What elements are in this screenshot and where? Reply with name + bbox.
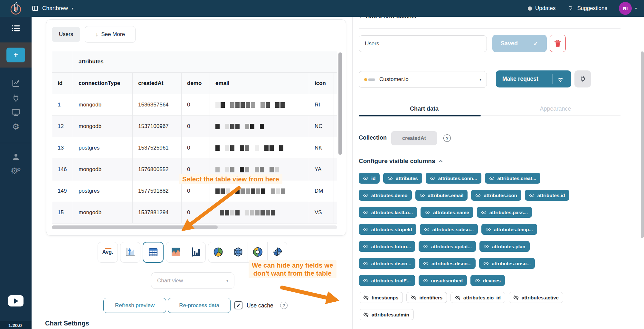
table-row: 13postgres15375259610NK — [52, 137, 337, 159]
dataset-tab-users[interactable]: Users — [52, 27, 80, 42]
reprocess-data-button[interactable]: Re-process data — [168, 298, 231, 313]
hidden-field-chip[interactable]: attributes.active — [509, 292, 563, 303]
visible-field-chip[interactable]: attributes.id — [525, 190, 569, 201]
visible-field-chip[interactable]: attributes.updat... — [419, 241, 476, 252]
chevron-up-icon — [438, 159, 443, 164]
chart-type-line-button[interactable] — [120, 242, 140, 262]
window-scrollbar-thumb[interactable] — [641, 51, 644, 238]
cell-id: 12 — [52, 116, 73, 137]
visible-field-chip[interactable]: attributes.icon — [471, 190, 521, 201]
visible-field-chip[interactable]: attributes.plan — [479, 241, 529, 252]
visible-field-chip[interactable]: attributes.disco... — [359, 258, 415, 269]
chart-type-polar-button[interactable] — [267, 242, 287, 262]
hidden-field-chip[interactable]: attributes.cio_id — [450, 292, 505, 303]
menu-icon[interactable] — [0, 21, 32, 35]
visible-field-chip[interactable]: unsubscribed — [419, 275, 467, 286]
play-icon — [14, 298, 18, 304]
visible-field-chip[interactable]: attributes.lastLo... — [359, 207, 417, 218]
visible-field-chip[interactable]: attributes.trialE... — [359, 275, 415, 286]
chevron-down-icon: ▾ — [226, 279, 228, 283]
scrollbar-thumb[interactable] — [338, 52, 342, 155]
hidden-field-chip[interactable]: identifiers — [406, 292, 447, 303]
add-chart-button[interactable]: + — [6, 48, 25, 62]
project-menu[interactable]: Chartbrew ▾ — [32, 5, 73, 12]
chart-type-metric-button[interactable]: Avg. — [98, 242, 118, 262]
chart-type-bar-button[interactable] — [186, 242, 205, 262]
cell-createdAt: 1536357564 — [133, 94, 182, 116]
refresh-preview-button[interactable]: Refresh preview — [103, 298, 166, 313]
chart-type-area-button[interactable] — [166, 242, 186, 262]
visible-field-chip[interactable]: attributes.name — [421, 207, 473, 218]
eye-off-icon — [455, 295, 460, 300]
user-profile-icon[interactable] — [0, 149, 32, 164]
field-chip-label: attributes.tutori... — [371, 244, 411, 249]
visible-field-chip[interactable]: attributes.temp... — [481, 224, 537, 235]
visible-field-chip[interactable]: attributes.unsu... — [479, 258, 535, 269]
visible-field-chip[interactable]: id — [359, 173, 380, 184]
eye-icon — [475, 278, 480, 283]
settings-gear-icon[interactable]: ⚙ — [0, 119, 32, 134]
cell-connectionType: mongodb — [73, 94, 133, 116]
connections-plug-icon[interactable] — [0, 91, 32, 105]
visible-field-chip[interactable]: attributes — [383, 173, 422, 184]
chart-type-pie-button[interactable] — [208, 242, 228, 262]
eye-icon — [430, 176, 435, 181]
visible-field-chip[interactable]: attributes.email — [415, 190, 468, 201]
configure-columns-toggle[interactable]: Configure visible columns — [359, 158, 443, 165]
cell-createdAt: 1576800552 — [133, 159, 182, 180]
visible-field-chip[interactable]: devices — [470, 275, 505, 286]
chart-type-doughnut-button[interactable] — [248, 242, 267, 262]
dataset-config-panel: + Add a new dataset Saved ✓ Customer.io … — [353, 17, 644, 329]
connection-plug-button[interactable] — [574, 70, 591, 87]
hidden-field-chip[interactable]: attributes.admin — [359, 309, 414, 320]
cell-icon: NK — [309, 137, 334, 159]
dashboard-monitor-icon[interactable] — [0, 105, 32, 119]
check-icon: ✓ — [533, 40, 538, 47]
tab-appearance[interactable]: Appearance — [525, 105, 586, 112]
dataset-name-input[interactable] — [359, 35, 487, 52]
visible-field-chip[interactable]: attributes.disco... — [419, 258, 476, 269]
cell-demo: 0 — [182, 180, 210, 202]
charts-nav-icon[interactable] — [0, 76, 32, 91]
tutorial-play-button[interactable] — [8, 295, 24, 306]
collection-help-icon[interactable]: ? — [443, 134, 451, 142]
visible-field-chip[interactable]: attributes.subsc... — [420, 224, 478, 235]
delete-dataset-button[interactable] — [550, 35, 566, 52]
tab-chart-data[interactable]: Chart data — [391, 105, 457, 112]
see-more-button[interactable]: ↓ See More — [85, 26, 136, 43]
hidden-fields-row: timestampsidentifiersattributes.cio_idat… — [359, 292, 623, 303]
visible-field-chip[interactable]: attributes.tutori... — [359, 241, 415, 252]
scrollbar-thumb[interactable] — [52, 225, 218, 229]
updates-button[interactable]: Updates — [528, 5, 555, 12]
use-cache-checkbox[interactable]: ✓ — [234, 301, 242, 309]
cell-icon: VS — [309, 202, 334, 224]
suggestions-label: Suggestions — [577, 5, 607, 12]
eye-icon — [424, 227, 430, 232]
column-header-spacer — [334, 73, 337, 94]
visible-field-chip[interactable]: attributes.creat... — [485, 173, 541, 184]
connection-select[interactable]: Customer.io ▾ — [359, 71, 487, 88]
chart-type-radar-button[interactable] — [228, 242, 248, 262]
field-chip-label: attributes.active — [522, 295, 559, 300]
chartbrew-flask-logo-icon[interactable] — [9, 2, 23, 15]
admin-gears-icon[interactable]: ⚙⚙ — [0, 163, 32, 179]
hidden-field-chip[interactable]: timestamps — [359, 292, 403, 303]
cache-help-icon[interactable]: ? — [280, 302, 288, 309]
see-more-label: See More — [101, 31, 125, 38]
avatar[interactable]: RI — [619, 2, 632, 15]
cell-id: 146 — [52, 159, 73, 180]
suggestions-button[interactable]: Suggestions — [567, 5, 607, 12]
visible-field-chip[interactable]: attributes.conn... — [426, 173, 481, 184]
saved-button[interactable]: Saved ✓ — [492, 35, 547, 52]
make-request-button[interactable]: Make request — [496, 70, 571, 87]
visible-field-chip[interactable]: attributes.demo — [359, 190, 412, 201]
brand-title: Chartbrew — [42, 5, 68, 12]
collection-value-chip[interactable]: createdAt — [391, 131, 437, 145]
chart-view-select[interactable]: Chart view ▾ — [151, 272, 234, 289]
visible-field-chip[interactable]: attributes.stripeId — [359, 224, 416, 235]
account-menu[interactable]: RI ▾ — [619, 2, 637, 15]
chart-type-table-button[interactable] — [143, 242, 163, 262]
table-row: 15mongodb15378812940VS — [52, 202, 337, 224]
visible-field-chip[interactable]: attributes.pass... — [477, 207, 532, 218]
field-chip-label: attributes.admin — [372, 312, 409, 317]
